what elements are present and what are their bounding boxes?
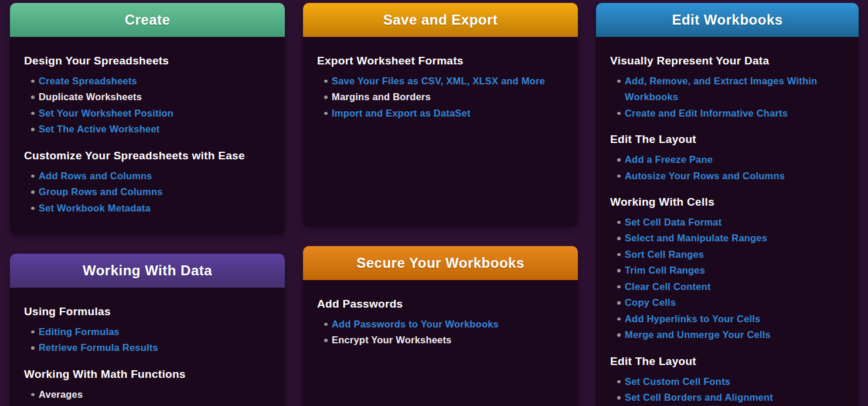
link-list: Editing Formulas Retrieve Formula Result… — [24, 324, 271, 356]
doc-link[interactable]: Group Rows and Columns — [39, 186, 163, 197]
card-edit-workbooks: Edit Workbooks Visually Represent Your D… — [596, 3, 859, 406]
column-1: Create Design Your Spreadsheets Create S… — [10, 3, 285, 406]
list-item: Add a Freeze Pane — [610, 152, 845, 168]
doc-link[interactable]: Clear Cell Content — [625, 281, 711, 292]
list-item: Add Rows and Columns — [24, 168, 271, 185]
list-item: Set Cell Data Format — [610, 214, 845, 231]
card-edit-workbooks-header: Edit Workbooks — [596, 3, 859, 37]
link-list: Add, Remove, and Extract Images Within W… — [610, 73, 845, 122]
card-working-with-data-header: Working With Data — [10, 254, 285, 288]
card-secure-your-workbooks-body: Add Passwords Add Passwords to Your Work… — [303, 280, 578, 367]
doc-link[interactable]: Autosize Your Rows and Columns — [625, 170, 785, 181]
doc-link[interactable]: Save Your Files as CSV, XML, XLSX and Mo… — [332, 76, 545, 86]
doc-text: Averages — [39, 389, 83, 400]
card-save-and-export-header: Save and Export — [303, 3, 578, 37]
doc-link[interactable]: Import and Export as DataSet — [332, 108, 471, 118]
list-item: Add, Remove, and Extract Images Within W… — [610, 73, 845, 105]
card-save-and-export-title: Save and Export — [383, 12, 498, 28]
card-working-with-data-title: Working With Data — [83, 262, 212, 279]
list-item: Autosize Your Rows and Columns — [610, 168, 845, 185]
list-item: Set Cell Borders and Alignment — [610, 390, 845, 406]
list-item: Trim Cell Ranges — [610, 262, 845, 279]
section-heading-edit-the-layout-1: Edit The Layout — [610, 133, 845, 146]
list-item: Import and Export as DataSet — [317, 105, 564, 122]
list-item: Set Workbook Metadata — [24, 200, 271, 217]
card-create-header: Create — [10, 3, 285, 37]
list-item: Sort Cell Ranges — [610, 247, 845, 263]
doc-link[interactable]: Select and Manipulate Ranges — [625, 233, 767, 243]
doc-link[interactable]: Set Workbook Metadata — [39, 203, 151, 213]
card-working-with-data: Working With Data Using Formulas Editing… — [10, 254, 285, 406]
card-secure-your-workbooks-header: Secure Your Workbooks — [303, 246, 578, 280]
section-heading-add-passwords: Add Passwords — [317, 298, 564, 311]
link-list: Add Rows and Columns Group Rows and Colu… — [24, 168, 271, 217]
doc-link[interactable]: Add, Remove, and Extract Images Within W… — [625, 76, 817, 103]
doc-text: Encrypt Your Worksheets — [332, 335, 452, 345]
doc-link[interactable]: Add Rows and Columns — [39, 170, 152, 181]
link-list: Add Passwords to Your Workbooks Encrypt … — [317, 316, 564, 349]
doc-text: Margins and Borders — [332, 91, 431, 102]
link-list: Save Your Files as CSV, XML, XLSX and Mo… — [317, 73, 564, 122]
card-save-and-export-body: Export Worksheet Formats Save Your Files… — [303, 37, 578, 140]
section-heading-export-worksheet-formats: Export Worksheet Formats — [317, 54, 564, 68]
doc-link[interactable]: Add Passwords to Your Workbooks — [332, 319, 499, 329]
list-item: Set The Active Worksheet — [24, 121, 271, 138]
doc-link[interactable]: Create Spreadsheets — [39, 76, 137, 86]
list-item: Add Hyperlinks to Your Cells — [610, 311, 845, 327]
doc-link[interactable]: Merge and Unmerge Your Cells — [625, 329, 771, 340]
list-item: Group Rows and Columns — [24, 184, 271, 200]
link-list: Set Cell Data Format Select and Manipula… — [610, 214, 845, 343]
list-item: Create and Edit Informative Charts — [610, 105, 845, 122]
card-secure-your-workbooks-title: Secure Your Workbooks — [356, 255, 525, 271]
card-secure-your-workbooks: Secure Your Workbooks Add Passwords Add … — [303, 246, 578, 406]
column-2: Save and Export Export Worksheet Formats… — [303, 3, 578, 406]
section-heading-edit-the-layout-2: Edit The Layout — [610, 355, 845, 369]
feature-cards-grid: Create Design Your Spreadsheets Create S… — [0, 0, 868, 406]
list-item: Set Custom Cell Fonts — [610, 374, 845, 390]
doc-link[interactable]: Copy Cells — [625, 297, 676, 308]
section-heading-customize-your-spreadsheets: Customize Your Spreadsheets with Ease — [24, 149, 271, 163]
doc-link[interactable]: Set Cell Borders and Alignment — [625, 392, 773, 402]
card-create: Create Design Your Spreadsheets Create S… — [10, 3, 285, 234]
list-item: Save Your Files as CSV, XML, XLSX and Mo… — [317, 73, 564, 90]
list-item: Margins and Borders — [317, 89, 564, 105]
doc-link[interactable]: Set Your Worksheet Position — [39, 108, 173, 118]
doc-link[interactable]: Create and Edit Informative Charts — [625, 108, 788, 118]
doc-link[interactable]: Editing Formulas — [39, 326, 120, 337]
card-edit-workbooks-title: Edit Workbooks — [672, 12, 782, 28]
card-working-with-data-body: Using Formulas Editing Formulas Retrieve… — [10, 288, 285, 406]
list-item: Select and Manipulate Ranges — [610, 230, 845, 247]
link-list: Add a Freeze Pane Autosize Your Rows and… — [610, 152, 845, 184]
doc-text: Duplicate Worksheets — [39, 91, 142, 102]
doc-link[interactable]: Trim Cell Ranges — [625, 265, 705, 275]
section-heading-using-formulas: Using Formulas — [24, 305, 271, 319]
list-item: Editing Formulas — [24, 324, 271, 340]
doc-link[interactable]: Retrieve Formula Results — [39, 342, 158, 353]
list-item: Averages — [24, 387, 271, 403]
doc-link[interactable]: Set Custom Cell Fonts — [625, 376, 730, 387]
list-item: Add Passwords to Your Workbooks — [317, 316, 564, 333]
doc-link[interactable]: Add a Freeze Pane — [625, 154, 713, 165]
doc-link[interactable]: Add Hyperlinks to Your Cells — [625, 313, 760, 324]
card-edit-workbooks-body: Visually Represent Your Data Add, Remove… — [596, 37, 859, 406]
list-item: Set Your Worksheet Position — [24, 105, 271, 122]
link-list: Averages — [24, 387, 271, 403]
doc-link[interactable]: Set The Active Worksheet — [39, 124, 160, 134]
link-list: Set Custom Cell Fonts Set Cell Borders a… — [610, 374, 845, 406]
doc-link[interactable]: Sort Cell Ranges — [625, 249, 704, 260]
list-item: Duplicate Worksheets — [24, 89, 271, 105]
list-item: Merge and Unmerge Your Cells — [610, 327, 845, 343]
card-create-body: Design Your Spreadsheets Create Spreadsh… — [10, 37, 285, 234]
list-item: Create Spreadsheets — [24, 73, 271, 90]
list-item: Clear Cell Content — [610, 279, 845, 295]
section-heading-working-with-cells: Working With Cells — [610, 196, 845, 209]
card-save-and-export: Save and Export Export Worksheet Formats… — [303, 3, 578, 227]
list-item: Encrypt Your Worksheets — [317, 332, 564, 349]
section-heading-design-your-spreadsheets: Design Your Spreadsheets — [24, 54, 271, 68]
column-3: Edit Workbooks Visually Represent Your D… — [596, 3, 859, 406]
doc-link[interactable]: Set Cell Data Format — [625, 217, 721, 227]
list-item: Retrieve Formula Results — [24, 340, 271, 356]
section-heading-working-with-math-functions: Working With Math Functions — [24, 368, 271, 381]
card-create-title: Create — [125, 12, 171, 28]
link-list: Create Spreadsheets Duplicate Worksheets… — [24, 73, 271, 138]
